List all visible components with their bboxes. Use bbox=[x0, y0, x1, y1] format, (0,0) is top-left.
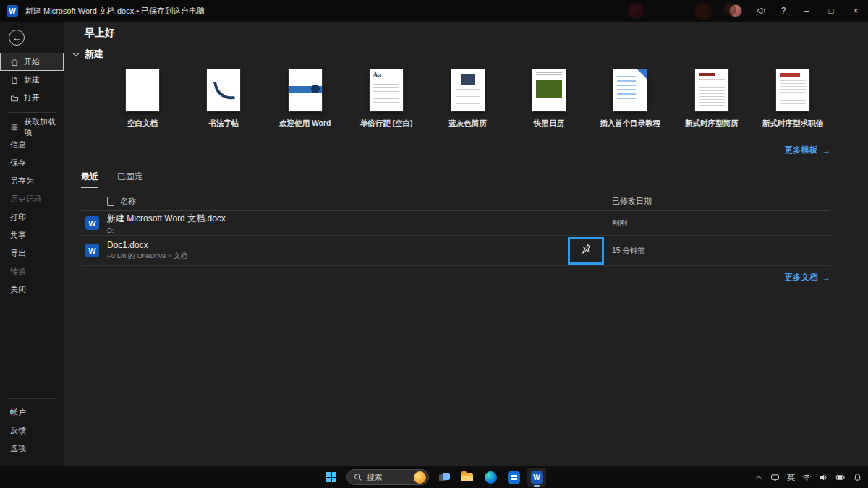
sidebar-item-history: 历史记录 bbox=[0, 190, 64, 208]
template-thumbnail bbox=[126, 69, 159, 111]
account-avatar[interactable] bbox=[729, 4, 742, 17]
volume-icon[interactable] bbox=[819, 473, 828, 482]
tab-pinned[interactable]: 已固定 bbox=[117, 171, 143, 188]
backstage-sidebar: ← 开始 新建 打开 获取加载项 信息 保存 另存为 历史记录 打印 共享 导出… bbox=[0, 22, 64, 466]
new-section-header[interactable]: 新建 bbox=[72, 48, 103, 61]
home-icon bbox=[10, 58, 19, 67]
sidebar-item-new[interactable]: 新建 bbox=[0, 71, 64, 89]
recent-tabs: 最近 已固定 bbox=[81, 171, 830, 188]
sidebar-item-export[interactable]: 导出 bbox=[0, 244, 64, 262]
store-button[interactable] bbox=[504, 468, 523, 487]
backstage-main: 早上好 新建 空白文档 书法字帖 欢迎使用 Word 单倍行距 (空白) bbox=[64, 22, 868, 466]
close-button[interactable]: × bbox=[843, 0, 868, 22]
more-templates-link[interactable]: 更多模板 → bbox=[785, 145, 831, 155]
sidebar-item-feedback[interactable]: 反馈 bbox=[0, 421, 64, 440]
ime-language-indicator[interactable]: 英 bbox=[787, 472, 795, 483]
tab-recent[interactable]: 最近 bbox=[81, 171, 98, 188]
template-thumbnail bbox=[776, 69, 809, 111]
file-row-doc1[interactable]: W Doc1.docx Fu Lin 的 OneDrive » 文档 15 分钟… bbox=[81, 236, 830, 266]
help-button[interactable]: ? bbox=[773, 0, 794, 22]
minimize-button[interactable]: – bbox=[794, 0, 819, 22]
tray-chevron-up-icon[interactable] bbox=[754, 473, 763, 481]
sidebar-item-account[interactable]: 帐户 bbox=[0, 403, 64, 421]
sidebar-item-print[interactable]: 打印 bbox=[0, 208, 64, 226]
weather-icon bbox=[414, 471, 426, 484]
titlebar: W 新建 Microsoft Word 文档.docx • 已保存到这台电脑 ?… bbox=[0, 0, 868, 22]
system-tray: 英 bbox=[754, 466, 862, 488]
template-snapshot-calendar[interactable]: 快照日历 bbox=[511, 69, 587, 129]
template-calligraphy[interactable]: 书法字帖 bbox=[186, 69, 261, 129]
template-blank-document[interactable]: 空白文档 bbox=[105, 69, 180, 129]
new-document-icon bbox=[10, 76, 19, 85]
template-modern-cover-letter[interactable]: 新式时序型求职信 bbox=[755, 69, 830, 129]
more-documents-link[interactable]: 更多文档 → bbox=[785, 272, 831, 283]
start-button[interactable] bbox=[322, 468, 341, 487]
display-icon[interactable] bbox=[770, 473, 780, 482]
template-single-spaced[interactable]: 单倍行距 (空白) bbox=[349, 69, 424, 129]
sidebar-item-close[interactable]: 关闭 bbox=[0, 281, 64, 299]
file-modified: 刚刚 bbox=[606, 218, 830, 228]
sidebar-item-home[interactable]: 开始 bbox=[0, 53, 64, 71]
template-toc-tutorial[interactable]: 插入首个目录教程 bbox=[592, 69, 668, 129]
sidebar-item-open[interactable]: 打开 bbox=[0, 89, 64, 107]
titlebar-decoration bbox=[628, 3, 644, 19]
windows-logo-icon bbox=[326, 472, 336, 482]
open-folder-icon bbox=[10, 94, 19, 103]
maximize-button[interactable]: □ bbox=[819, 0, 843, 22]
file-row-new-word-doc[interactable]: W 新建 Microsoft Word 文档.docx D: 刚刚 bbox=[81, 211, 830, 236]
file-explorer-button[interactable] bbox=[458, 468, 477, 487]
file-name: Doc1.docx bbox=[107, 240, 566, 250]
sidebar-item-saveas[interactable]: 另存为 bbox=[0, 172, 64, 190]
addins-grid-icon bbox=[10, 123, 19, 132]
titlebar-decoration bbox=[694, 3, 713, 20]
greeting-heading: 早上好 bbox=[85, 27, 115, 40]
taskbar-search[interactable]: 搜索 bbox=[346, 469, 429, 485]
sidebar-item-info[interactable]: 信息 bbox=[0, 136, 64, 154]
template-thumbnail bbox=[289, 69, 322, 111]
template-thumbnail bbox=[695, 69, 728, 111]
document-icon bbox=[107, 197, 114, 206]
file-list-header: 名称 已修改日期 bbox=[81, 192, 830, 211]
sidebar-item-addins[interactable]: 获取加载项 bbox=[0, 118, 64, 136]
chevron-down-icon bbox=[72, 52, 80, 57]
window-title: 新建 Microsoft Word 文档.docx • 已保存到这台电脑 bbox=[25, 6, 205, 17]
template-welcome-to-word[interactable]: 欢迎使用 Word bbox=[268, 69, 343, 129]
template-modern-resume[interactable]: 新式时序型简历 bbox=[674, 69, 749, 129]
task-view-button[interactable] bbox=[435, 468, 454, 487]
template-thumbnail bbox=[370, 69, 403, 111]
more-documents-row: 更多文档 → bbox=[81, 272, 830, 283]
megaphone-icon[interactable] bbox=[751, 0, 773, 22]
arrow-right-icon: → bbox=[822, 146, 831, 155]
notifications-bell-icon[interactable] bbox=[853, 473, 862, 482]
pin-highlight-box bbox=[568, 237, 604, 265]
sidebar-divider bbox=[7, 398, 56, 399]
sidebar-item-share[interactable]: 共享 bbox=[0, 226, 64, 244]
search-icon bbox=[354, 473, 362, 481]
battery-icon[interactable] bbox=[835, 473, 846, 482]
template-bluegray-resume[interactable]: 蓝灰色简历 bbox=[430, 69, 506, 129]
word-taskbar-button[interactable]: W bbox=[527, 468, 546, 487]
sidebar-item-options[interactable]: 选项 bbox=[0, 440, 64, 458]
edge-button[interactable] bbox=[481, 468, 500, 487]
template-thumbnail bbox=[532, 69, 566, 111]
word-icon: W bbox=[531, 471, 543, 484]
new-section-title: 新建 bbox=[85, 48, 103, 61]
template-thumbnail bbox=[207, 69, 240, 111]
pin-icon[interactable] bbox=[580, 244, 592, 258]
folder-icon bbox=[461, 473, 473, 481]
store-icon bbox=[508, 471, 520, 484]
back-button[interactable]: ← bbox=[9, 30, 25, 46]
wifi-icon[interactable] bbox=[802, 473, 812, 482]
search-label: 搜索 bbox=[367, 472, 414, 483]
date-column-header[interactable]: 已修改日期 bbox=[606, 196, 830, 207]
word-backstage-window: W 新建 Microsoft Word 文档.docx • 已保存到这台电脑 ?… bbox=[0, 0, 868, 488]
word-app-icon: W bbox=[7, 5, 18, 17]
sidebar-item-save[interactable]: 保存 bbox=[0, 154, 64, 172]
file-location: Fu Lin 的 OneDrive » 文档 bbox=[107, 252, 566, 261]
name-column-header[interactable]: 名称 bbox=[120, 196, 136, 207]
file-name: 新建 Microsoft Word 文档.docx bbox=[107, 213, 566, 225]
sidebar-divider bbox=[7, 112, 56, 113]
sidebar-footer: 帐户 反馈 选项 bbox=[0, 393, 64, 458]
template-thumbnail bbox=[451, 69, 485, 111]
word-file-icon: W bbox=[85, 244, 99, 257]
